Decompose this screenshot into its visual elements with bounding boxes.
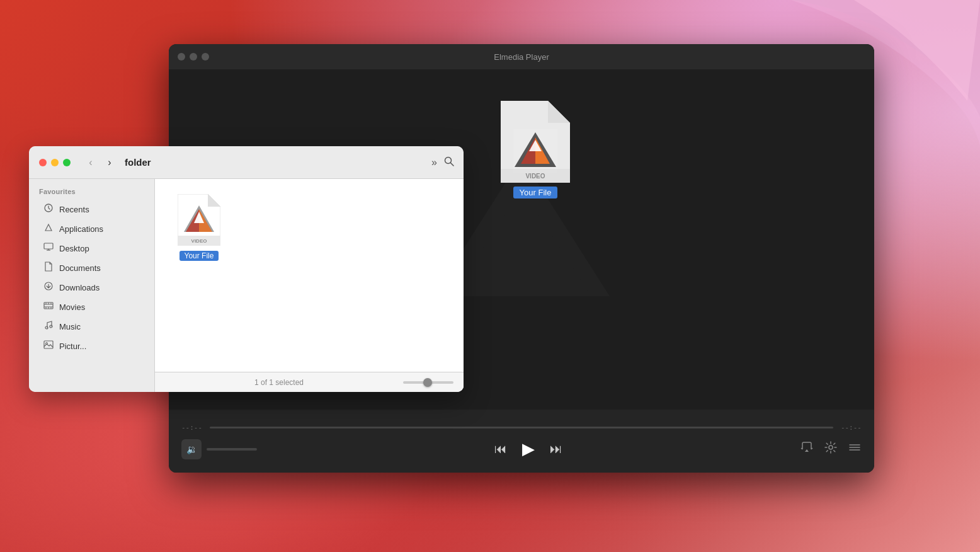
finder-maximize-button[interactable] — [63, 159, 71, 166]
applications-icon — [43, 222, 54, 235]
size-slider-thumb — [423, 378, 432, 387]
airplay-icon — [800, 440, 814, 454]
volume-control: 🔉 — [181, 439, 257, 459]
player-titlebar: Elmedia Player — [169, 44, 874, 69]
time-end: --:-- — [841, 423, 862, 432]
player-close-button[interactable] — [178, 53, 185, 60]
search-icon — [443, 156, 455, 167]
sidebar-item-recents[interactable]: Recents — [33, 200, 151, 219]
sidebar-label-pictures: Pictur... — [59, 342, 86, 351]
player-minimize-button[interactable] — [190, 53, 197, 60]
sidebar-item-documents[interactable]: Documents — [33, 258, 151, 277]
svg-point-32 — [45, 326, 48, 329]
finder-body: Favourites Recents Applications Desktop — [29, 179, 464, 392]
main-controls: ⏮ ▶ ⏭ — [494, 439, 562, 459]
size-slider[interactable] — [403, 381, 453, 384]
sidebar-item-desktop[interactable]: Desktop — [33, 239, 151, 258]
music-icon — [43, 320, 54, 333]
sidebar-item-downloads[interactable]: Downloads — [33, 278, 151, 297]
sidebar-item-music[interactable]: Music — [33, 317, 151, 336]
finder-minimize-button[interactable] — [51, 159, 59, 166]
svg-rect-34 — [44, 341, 53, 348]
time-start: --:-- — [181, 423, 202, 432]
player-maximize-button[interactable] — [202, 53, 209, 60]
file-item-your-file[interactable]: VIDEO Your File — [168, 192, 231, 261]
play-button[interactable]: ▶ — [522, 439, 535, 459]
file-icon-wrapper: VIDEO — [174, 192, 224, 248]
player-title: Elmedia Player — [494, 52, 549, 62]
svg-text:VIDEO: VIDEO — [525, 173, 545, 180]
sidebar-item-movies[interactable]: Movies — [33, 297, 151, 316]
movies-icon — [43, 301, 54, 313]
finder-titlebar: ‹ › folder » — [29, 146, 464, 179]
sidebar-item-pictures[interactable]: Pictur... — [33, 336, 151, 355]
downloads-icon — [43, 281, 54, 294]
svg-marker-37 — [208, 194, 220, 207]
sidebar-label-recents: Recents — [59, 205, 89, 214]
pictures-icon — [43, 340, 54, 352]
skip-forward-button[interactable]: ⏭ — [550, 442, 562, 456]
right-controls — [800, 440, 862, 457]
player-traffic-lights — [178, 53, 209, 60]
settings-icon — [824, 440, 838, 454]
finder-more-button[interactable]: » — [431, 157, 437, 168]
sidebar-label-downloads: Downloads — [59, 283, 100, 292]
finder-toolbar-right: » — [431, 156, 455, 170]
sidebar-label-documents: Documents — [59, 263, 101, 273]
finder-search-button[interactable] — [443, 156, 455, 170]
documents-icon — [43, 262, 54, 274]
player-file-label: Your File — [513, 187, 558, 198]
volume-button[interactable]: 🔉 — [181, 439, 202, 459]
finder-window: ‹ › folder » Favourites Recents — [29, 146, 464, 392]
svg-text:VIDEO: VIDEO — [191, 238, 207, 244]
file-icon-svg: VIDEO — [178, 194, 220, 246]
finder-statusbar: 1 of 1 selected — [155, 372, 464, 392]
desktop-icon — [43, 242, 54, 255]
svg-rect-19 — [44, 243, 53, 249]
svg-marker-3 — [548, 101, 570, 123]
player-file-icon: VIDEO — [501, 101, 570, 183]
settings-button[interactable] — [824, 440, 838, 457]
progress-track[interactable] — [210, 427, 833, 428]
svg-point-12 — [829, 446, 833, 449]
finder-sidebar: Favourites Recents Applications Desktop — [29, 179, 155, 392]
finder-nav: ‹ › — [83, 155, 117, 170]
finder-close-button[interactable] — [39, 159, 47, 166]
sidebar-label-applications: Applications — [59, 224, 103, 234]
recents-icon — [43, 203, 54, 216]
sidebar-label-movies: Movies — [59, 302, 85, 312]
airplay-button[interactable] — [800, 440, 814, 457]
sidebar-section-favourites: Favourites — [29, 188, 154, 199]
finder-main: VIDEO Your File 1 of 1 selected — [155, 179, 464, 392]
finder-file-label: Your File — [179, 251, 219, 261]
volume-slider[interactable] — [207, 448, 257, 451]
sidebar-label-music: Music — [59, 322, 81, 331]
finder-files: VIDEO Your File — [155, 179, 464, 372]
skip-back-button[interactable]: ⏮ — [494, 442, 507, 456]
svg-point-33 — [50, 325, 52, 328]
player-controls: --:-- --:-- 🔉 ⏮ ▶ ⏭ — [169, 410, 874, 473]
player-file-display: VIDEO Your File — [501, 101, 570, 198]
sidebar-label-desktop: Desktop — [59, 244, 89, 253]
svg-line-17 — [451, 163, 454, 166]
finder-status-text: 1 of 1 selected — [165, 378, 393, 387]
progress-bar-area: --:-- --:-- — [181, 423, 862, 432]
nav-forward-button[interactable]: › — [102, 155, 117, 170]
playlist-button[interactable] — [848, 440, 862, 457]
controls-row: 🔉 ⏮ ▶ ⏭ — [181, 439, 862, 459]
finder-traffic-lights — [39, 159, 71, 166]
nav-back-button[interactable]: ‹ — [83, 155, 98, 170]
finder-path-title: folder — [125, 157, 151, 168]
list-icon — [848, 440, 862, 454]
volume-icon: 🔉 — [186, 444, 197, 454]
sidebar-item-applications[interactable]: Applications — [33, 219, 151, 238]
